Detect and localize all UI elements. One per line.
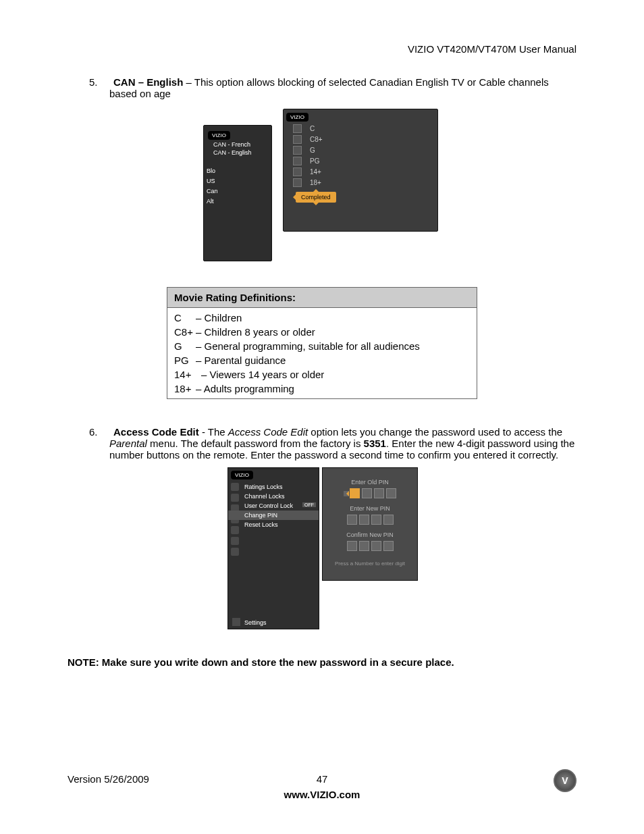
osd-can-english-figure: VIZIO CAN - French CAN - English Blo US … <box>203 109 441 260</box>
footer-url: www.VIZIO.com <box>68 789 576 800</box>
list-number-6: 6. <box>89 426 113 438</box>
menu-item: CAN - English <box>213 149 271 156</box>
menu-item: CAN - French <box>213 141 271 148</box>
pin-hint: Press a Number to enter digit <box>323 561 417 567</box>
table-header: Movie Rating Definitions: <box>167 288 477 308</box>
menu-item[interactable]: Channel Locks <box>228 492 319 501</box>
arrow-left-icon <box>290 194 296 200</box>
rating-definitions-table: Movie Rating Definitions: C– Children C8… <box>167 287 477 399</box>
rating-row[interactable]: C8+ <box>293 135 437 144</box>
pin-row-old[interactable] <box>323 488 417 498</box>
menu-item[interactable]: Change PIN <box>228 511 319 520</box>
section6-text: Access Code Edit - The Access Code Edit … <box>109 426 576 461</box>
list-number-5: 5. <box>89 76 113 88</box>
settings-label: Settings <box>244 619 267 626</box>
section6-title: Access Code Edit <box>113 426 199 438</box>
vizio-logo: VIZIO <box>286 113 308 122</box>
checkbox-icon[interactable] <box>293 167 302 176</box>
table-row: PG– Parental guidance <box>167 353 477 367</box>
menu-trunc: Alt <box>204 197 218 207</box>
menu-item[interactable]: Ratings Locks <box>228 482 319 492</box>
page-footer: Version 5/26/2009 47 www.VIZIO.com V <box>68 773 576 800</box>
pin-row-confirm[interactable] <box>323 541 417 551</box>
enter-old-pin-label: Enter Old PIN <box>323 479 417 486</box>
vizio-logo-icon: V <box>554 769 576 792</box>
confirm-new-pin-label: Confirm New PIN <box>323 531 417 538</box>
checkbox-icon[interactable] <box>293 178 302 187</box>
table-row: C8+– Children 8 years or older <box>167 325 477 339</box>
off-badge: OFF <box>302 502 316 507</box>
vizio-logo: VIZIO <box>231 471 253 479</box>
section5-title: CAN – English <box>113 76 183 88</box>
completed-button[interactable]: Completed <box>296 192 336 203</box>
menu-trunc: US <box>204 176 218 186</box>
arrow-left-icon <box>344 491 349 496</box>
pin-row-new[interactable] <box>323 515 417 525</box>
rating-row[interactable]: G <box>293 146 437 155</box>
settings-icon <box>232 618 240 626</box>
page-header: VIZIO VT420M/VT470M User Manual <box>68 43 576 55</box>
table-row: G– General programming, suitable for all… <box>167 339 477 353</box>
menu-item[interactable]: Reset Locks <box>228 520 319 529</box>
osd-access-code-figure: VIZIO Ratings Locks Channel Locks User C… <box>227 467 417 629</box>
menu-trunc: Can <box>204 186 218 197</box>
table-row: 14+– Viewers 14 years or older <box>167 367 477 382</box>
sidebar-icon <box>231 548 239 556</box>
menu-item[interactable]: User Control LockOFF <box>228 501 319 511</box>
enter-new-pin-label: Enter New PIN <box>323 505 417 512</box>
sidebar-icon <box>231 537 239 545</box>
rating-row[interactable]: 14+ <box>293 167 437 176</box>
checkbox-icon[interactable] <box>293 157 302 165</box>
footer-version: Version 5/26/2009 <box>68 773 149 785</box>
checkbox-icon[interactable] <box>293 146 302 155</box>
table-row: 18+– Adults programming <box>167 382 477 399</box>
vizio-logo: VIZIO <box>208 131 230 140</box>
note-text: NOTE: Make sure you write down and store… <box>68 656 576 668</box>
section5-text: CAN – English – This option allows block… <box>109 76 576 99</box>
rating-row[interactable]: C <box>293 124 437 133</box>
checkbox-icon[interactable] <box>293 124 302 133</box>
menu-trunc: Blo <box>204 166 218 176</box>
rating-row[interactable]: PG <box>293 157 437 165</box>
checkbox-icon[interactable] <box>293 135 302 144</box>
table-row: C– Children <box>167 308 477 325</box>
